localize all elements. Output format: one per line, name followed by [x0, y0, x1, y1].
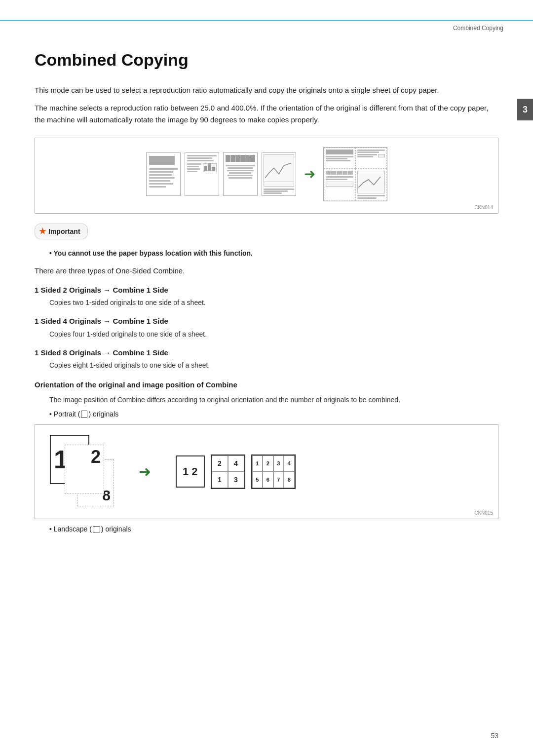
c2: 2: [263, 455, 273, 472]
l2: [357, 151, 380, 153]
important-box: ★ Important: [35, 224, 88, 239]
c3: 3: [273, 455, 284, 472]
l2: [326, 179, 348, 180]
landscape-bullet: • Landscape () originals: [49, 524, 498, 534]
line-chart: [264, 154, 294, 187]
l1: [226, 165, 255, 166]
section1-desc: Copies two 1-sided originals to one side…: [49, 298, 498, 308]
section3-desc: Copies eight 1-sided originals to one si…: [49, 360, 498, 371]
result-8up: 1 2 3 4 5 6 7 8: [251, 454, 296, 489]
l2: [326, 158, 348, 159]
mini-chart: [378, 154, 385, 157]
lc2: [187, 166, 199, 167]
cell-4: 4: [228, 455, 244, 472]
line-chart-svg: [264, 155, 294, 186]
l1: [326, 156, 353, 157]
result-group: 1 2 2 4 1 3 1 2 3 4 5 6 7 8: [176, 454, 296, 489]
c6: 6: [263, 472, 273, 488]
result-2up: 1 2: [176, 455, 205, 488]
l6: [228, 177, 252, 179]
mini: [357, 154, 385, 157]
cell-br: [355, 169, 387, 201]
l1: [326, 176, 353, 178]
bar3: [212, 167, 215, 171]
tab-number: 3: [523, 103, 528, 116]
page-content: Combined Copying This mode can be used t…: [0, 33, 533, 568]
important-bullet: • You cannot use the paper bypass locati…: [49, 248, 498, 259]
r2: 2: [191, 463, 197, 480]
diagram2-arrow: ➜: [139, 460, 151, 483]
l2: [228, 167, 253, 169]
c4: 4: [284, 455, 295, 472]
l1: [357, 195, 385, 196]
l7: [149, 186, 166, 188]
originals-stack: 1 2 8: [50, 435, 119, 509]
l1: [187, 155, 217, 156]
c7: 7: [273, 472, 284, 488]
l2: [357, 197, 377, 199]
star-icon: ★: [39, 226, 46, 237]
l3: [326, 160, 350, 161]
l6: [149, 183, 173, 185]
orientation-desc: The image position of Combine differs ac…: [49, 395, 498, 405]
orientation-heading: Orientation of the original and image po…: [35, 379, 498, 391]
l3: [264, 192, 282, 194]
r1: 1: [183, 463, 189, 480]
img-block: [326, 150, 353, 154]
portrait-icon: [81, 411, 87, 418]
important-bullet-text: You cannot use the paper bypass location…: [54, 249, 253, 257]
diagram2: 1 2 8 ➜ 1 2 2 4 1 3: [35, 424, 498, 519]
diagram1-page4: [262, 152, 296, 196]
diagram2-label: CKN015: [474, 509, 493, 517]
mini-line-chart: [358, 171, 384, 193]
text-col: [187, 163, 201, 172]
cell-1: 1: [212, 472, 228, 488]
bar1: [204, 166, 208, 171]
mini-chart: [203, 163, 217, 172]
diagram1-page1: [146, 152, 181, 196]
diagram1-page2: [185, 152, 219, 196]
section1-heading: 1 Sided 2 Originals → Combine 1 Side: [35, 285, 498, 296]
top-grid: [226, 155, 255, 162]
page-number: 53: [491, 731, 498, 741]
result-4up: 2 4 1 3: [211, 454, 245, 489]
l2: [264, 190, 288, 192]
cell-2: 2: [212, 455, 228, 472]
cell-tr: [355, 148, 387, 169]
l3: [227, 170, 254, 171]
chart-area: [357, 171, 385, 193]
lc3: [187, 168, 200, 170]
chapter-tab: 3: [517, 99, 533, 120]
l3: [357, 154, 377, 155]
header-label-text: Combined Copying: [453, 25, 503, 32]
l5: [149, 180, 171, 182]
l3: [187, 160, 214, 161]
important-label: Important: [48, 227, 80, 237]
lc4: [187, 171, 198, 172]
diagram1-block1: [149, 156, 175, 165]
diagram1-page3: [223, 152, 258, 196]
l3: [149, 174, 172, 176]
section3-heading: 1 Sided 8 Originals → Combine 1 Side: [35, 347, 498, 359]
mini-rows: [326, 182, 353, 187]
l1: [264, 189, 294, 190]
l2: [187, 157, 212, 159]
intro-para1: This mode can be used to select a reprod…: [35, 84, 498, 96]
l4: [229, 172, 251, 174]
cell-tl: [324, 148, 355, 169]
diagram1: ➜: [35, 138, 498, 214]
diagram1-label: CKN014: [474, 204, 493, 211]
landscape-icon: [93, 526, 100, 532]
l1: [357, 150, 385, 151]
section2-desc: Copies four 1-sided originals to one sid…: [49, 329, 498, 340]
cell-bl: [324, 169, 355, 201]
l4: [357, 156, 373, 157]
header-label: Combined Copying: [0, 21, 533, 33]
l2: [149, 171, 173, 173]
lc1: [187, 163, 201, 165]
intro-para2: The machine selects a reproduction ratio…: [35, 102, 498, 126]
mini-grid: [326, 171, 353, 175]
section2-heading: 1 Sided 4 Originals → Combine 1 Side: [35, 316, 498, 327]
txt: [357, 154, 377, 157]
l5: [228, 175, 253, 176]
